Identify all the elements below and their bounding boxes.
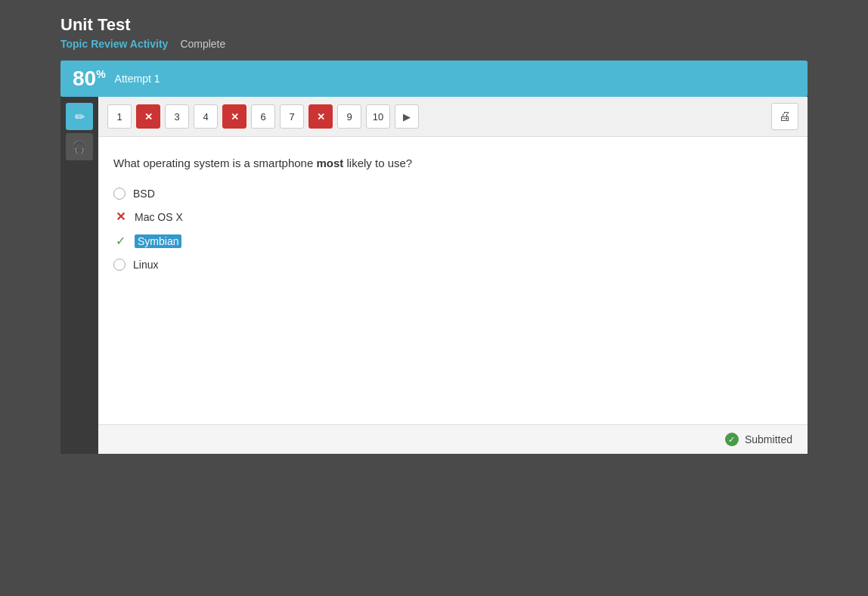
nav-btn-8[interactable]: ✕ [308,104,333,129]
answer-label-macosx: Mac OS X [135,211,183,223]
score-value: 80% [73,67,106,91]
nav-btn-7[interactable]: 7 [280,104,304,129]
page-title: Unit Test [60,15,808,35]
nav-bar: 1 ✕ 3 4 ✕ 6 7 ✕ 9 10 ▶ 🖨 [98,97,808,137]
nav-btn-9[interactable]: 9 [337,104,361,129]
headphone-button[interactable]: 🎧 [66,133,93,160]
answer-option-macosx: ✕ Mac OS X [113,210,792,224]
answer-option-symbian: ✓ Symbian [113,234,792,248]
answer-label-bsd: BSD [133,188,155,200]
nav-btn-5[interactable]: ✕ [222,104,246,129]
answer-label-linux: Linux [133,259,158,271]
left-sidebar: ✏ 🎧 [60,97,98,454]
nav-btn-6[interactable]: 6 [251,104,275,129]
submitted-icon: ✓ [725,433,739,446]
correct-icon-symbian: ✓ [113,234,127,248]
nav-btn-10[interactable]: 10 [366,104,390,129]
pencil-button[interactable]: ✏ [66,103,93,130]
nav-btn-4[interactable]: 4 [194,104,218,129]
pencil-icon: ✏ [75,110,85,124]
topic-label: Topic Review Activity [60,38,168,50]
nav-btn-3[interactable]: 3 [165,104,189,129]
main-panel: 1 ✕ 3 4 ✕ 6 7 ✕ 9 10 ▶ 🖨 What operating … [98,97,808,454]
attempt-label: Attempt 1 [115,73,160,85]
question-text: What operating system is a smartphone mo… [113,155,792,172]
nav-btn-1[interactable]: 1 [107,104,132,129]
status-badge: Complete [180,38,225,50]
headphone-icon: 🎧 [72,140,87,154]
print-button[interactable]: 🖨 [771,103,798,130]
answer-label-symbian: Symbian [135,234,181,248]
submitted-text: Submitted [745,433,792,445]
wrong-icon-macosx: ✕ [113,210,127,224]
radio-linux[interactable] [113,259,126,271]
content-area: ✏ 🎧 1 ✕ 3 4 ✕ 6 7 ✕ 9 10 ▶ 🖨 [60,97,808,454]
question-area: What operating system is a smartphone mo… [98,137,808,424]
nav-btn-2[interactable]: ✕ [136,104,160,129]
answer-option-bsd: BSD [113,188,792,200]
footer-bar: ✓ Submitted [98,424,808,454]
radio-bsd[interactable] [113,188,126,200]
main-container: Unit Test Topic Review Activity Complete… [0,0,868,469]
nav-btn-play[interactable]: ▶ [395,104,419,129]
answer-option-linux: Linux [113,259,792,271]
score-bar: 80% Attempt 1 [60,61,808,97]
print-icon: 🖨 [779,110,791,123]
